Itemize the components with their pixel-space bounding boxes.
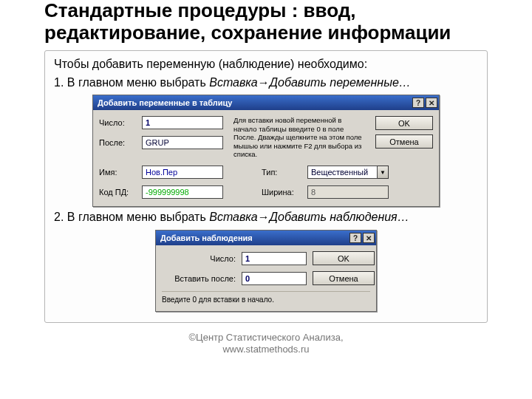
label-type: Тип:: [262, 168, 303, 177]
label-width: Ширина:: [262, 188, 303, 197]
step1-menu: Вставка: [209, 76, 258, 89]
label-count: Число:: [99, 118, 137, 127]
ok-button[interactable]: OK: [313, 251, 375, 265]
step-1: 1. В главном меню выбрать Вставка→Добави…: [54, 75, 478, 91]
label-after: После:: [99, 138, 137, 147]
after2-input[interactable]: [242, 272, 307, 285]
cancel-button[interactable]: Отмена: [313, 271, 375, 285]
dialog1-title: Добавить переменные в таблицу: [98, 98, 412, 107]
cancel-button[interactable]: Отмена: [375, 134, 433, 149]
help-button[interactable]: ?: [412, 98, 424, 108]
page-title: Стандартные процедуры : ввод, редактиров…: [44, 0, 488, 44]
label-count2: Число:: [162, 254, 236, 263]
dialog2-titlebar[interactable]: Добавить наблюдения ? ✕: [156, 231, 376, 245]
close-button[interactable]: ✕: [363, 233, 375, 243]
dialog-add-variables: Добавить переменные в таблицу ? ✕ Число:…: [92, 95, 440, 207]
step1-item: Добавить переменные…: [270, 76, 411, 89]
chevron-down-icon[interactable]: ▼: [378, 166, 389, 179]
close-button[interactable]: ✕: [426, 98, 437, 108]
step2-item: Добавить наблюдения…: [270, 211, 409, 223]
step1-arrow: →: [258, 76, 270, 89]
label-code: Код ПД:: [99, 188, 137, 197]
dialog1-hint: Для вставки новой переменной в начало та…: [231, 116, 368, 158]
width-input: [307, 185, 389, 199]
intro-text: Чтобы добавить переменную (наблюдение) н…: [54, 57, 478, 72]
type-select[interactable]: ▼: [307, 166, 389, 179]
step2-menu: Вставка: [209, 211, 258, 223]
type-value: [307, 166, 378, 179]
step-2: 2. В главном меню выбрать Вставка→Добави…: [54, 210, 478, 225]
dialog-add-observations: Добавить наблюдения ? ✕ Число: OK Встави…: [155, 230, 377, 312]
name-input[interactable]: [142, 166, 223, 179]
label-after2: Вставить после:: [162, 274, 236, 283]
content-panel: Чтобы добавить переменную (наблюдение) н…: [44, 50, 488, 323]
label-name: Имя:: [99, 168, 137, 177]
count2-input[interactable]: [242, 252, 307, 265]
footer-line1: ©Центр Статистического Анализа,: [44, 332, 488, 344]
dialog2-title: Добавить наблюдения: [160, 233, 349, 242]
code-input[interactable]: [142, 185, 223, 199]
count-input[interactable]: [142, 116, 223, 129]
after-input[interactable]: [142, 136, 223, 149]
dialog2-hint: Введите 0 для вставки в начало.: [162, 291, 370, 304]
ok-button[interactable]: OK: [375, 116, 433, 130]
dialog1-titlebar[interactable]: Добавить переменные в таблицу ? ✕: [93, 95, 439, 110]
step1-prefix: 1. В главном меню выбрать: [54, 76, 209, 89]
footer: ©Центр Статистического Анализа, www.stat…: [44, 332, 488, 356]
footer-line2: www.statmethods.ru: [44, 344, 488, 355]
help-button[interactable]: ?: [349, 233, 361, 243]
step2-arrow: →: [258, 211, 270, 223]
step2-prefix: 2. В главном меню выбрать: [54, 211, 209, 223]
